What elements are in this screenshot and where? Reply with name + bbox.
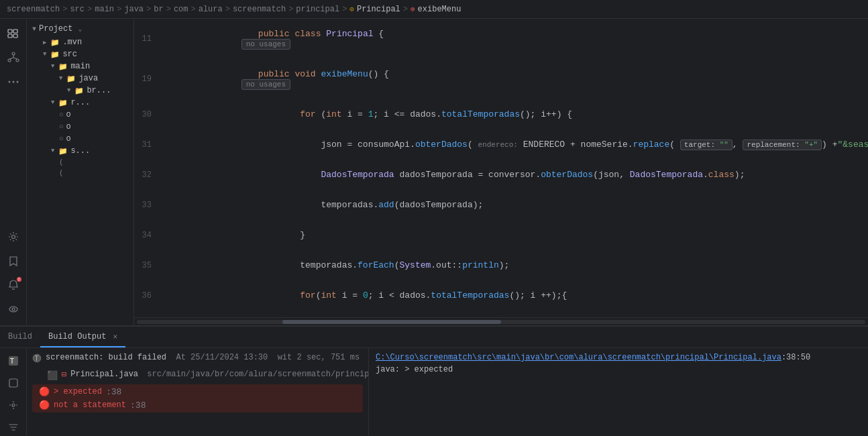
- breadcrumb-item[interactable]: br: [154, 5, 163, 14]
- class-icon: ⊙: [349, 5, 354, 13]
- code-view[interactable]: 11 public class Principal { no usages 19…: [134, 19, 868, 317]
- tree-item-r[interactable]: ▼ 📁 r...: [27, 97, 133, 109]
- build-icon-filter[interactable]: [5, 419, 22, 436]
- scrollbar-track[interactable]: [137, 320, 865, 324]
- bottom-content: T T screenmatch: build failed At 25/: [0, 348, 868, 436]
- sidebar-structure-icon[interactable]: [4, 48, 23, 67]
- method-icon: ⊕: [411, 5, 415, 13]
- sidebar-bookmark-icon[interactable]: [4, 252, 23, 270]
- breadcrumb-item[interactable]: principal: [296, 5, 339, 14]
- table-row: 33 temporadas.add(dadosTemporada);: [134, 190, 868, 220]
- sidebar-more-icon[interactable]: [4, 72, 23, 91]
- svg-point-14: [9, 307, 17, 312]
- folder-icon: 📁: [66, 74, 76, 83]
- svg-point-5: [8, 59, 11, 62]
- project-header[interactable]: ▼ Project ⌄: [27, 21, 133, 36]
- build-fail-text: screenmatch: build failed At 25/11/2024 …: [46, 353, 360, 362]
- tree-item-file5[interactable]: (: [27, 168, 133, 178]
- folder-icon: 📁: [58, 62, 68, 71]
- project-label: Project: [39, 24, 72, 34]
- tree-item-file2[interactable]: ○ o: [27, 121, 133, 133]
- tree-item-mvn[interactable]: ▶ 📁 .mvn: [27, 36, 133, 48]
- table-row: 34 }: [134, 220, 868, 250]
- breadcrumb-class[interactable]: Principal: [357, 5, 400, 14]
- svg-point-13: [11, 235, 15, 239]
- tab-build[interactable]: Build: [0, 327, 40, 347]
- svg-text:T: T: [10, 358, 14, 365]
- build-error-container: 🔴 > expected :38 🔴 not a statement :38: [32, 384, 363, 413]
- build-right-link[interactable]: C:\Curso\screenmatch\src\main\java\br\co…: [376, 353, 781, 362]
- table-row: 37 List<br.com.alura.screenmatch.model.D…: [134, 311, 868, 317]
- tab-build-output[interactable]: Build Output ✕: [40, 327, 125, 347]
- tree-item-src[interactable]: ▼ 📁 src: [27, 48, 133, 60]
- project-arrow-icon: ▼: [32, 25, 36, 33]
- build-icon-checkbox[interactable]: [5, 374, 22, 391]
- sidebar-settings-icon[interactable]: [4, 227, 23, 246]
- folder-icon: 📁: [50, 38, 60, 47]
- code-table: 11 public class Principal { no usages 19…: [134, 19, 868, 317]
- breadcrumb-item[interactable]: src: [70, 5, 85, 14]
- build-file-path: src/main/java/br/com/alura/screenmatch/p…: [142, 370, 369, 379]
- breadcrumb-method[interactable]: exibeMenu: [418, 5, 462, 14]
- breadcrumb-item[interactable]: com: [174, 5, 188, 14]
- table-row: 35 temporadas.forEach(System.out::printl…: [134, 250, 868, 280]
- breadcrumb-item[interactable]: alura: [199, 5, 223, 14]
- tree-item-main[interactable]: ▼ 📁 main: [27, 60, 133, 72]
- sidebar-project-icon[interactable]: [4, 24, 23, 43]
- error-label-2: not a statement: [54, 400, 126, 410]
- breadcrumb-item[interactable]: main: [95, 5, 114, 14]
- build-main-message: T screenmatch: build failed At 25/11/202…: [27, 351, 368, 368]
- table-row: 19 public void exibeMenu() { no usages: [134, 59, 868, 99]
- scrollbar-thumb[interactable]: [282, 320, 501, 324]
- sidebar-icons: !: [0, 19, 27, 325]
- build-file-row: ⬛ ⊟ Principal.java src/main/java/br/com/…: [27, 368, 368, 383]
- table-row: 36 for(int i = 0; i < dados.totalTempora…: [134, 280, 868, 311]
- sidebar-notification-icon[interactable]: !: [4, 276, 23, 294]
- error-icon-1: 🔴: [39, 386, 50, 397]
- chevron-icon: ▼: [43, 51, 46, 58]
- svg-rect-3: [13, 34, 17, 38]
- breadcrumb-item[interactable]: screenmatch: [7, 5, 60, 14]
- tree-item-br[interactable]: ▼ 📁 br...: [27, 85, 133, 97]
- build-file-icon-java: ⊟: [62, 370, 66, 380]
- tree-item-file3[interactable]: ○ o: [27, 133, 133, 145]
- table-row: 30 for (int i = 1; i <= dados.totalTempo…: [134, 99, 868, 129]
- svg-rect-2: [8, 34, 12, 38]
- sidebar-eye-icon[interactable]: [4, 300, 23, 319]
- bottom-tabs: Build Build Output ✕: [0, 327, 868, 348]
- build-error-item-1: 🔴 > expected :38: [39, 386, 358, 397]
- file-icon: ○: [59, 135, 64, 143]
- build-right-panel: C:\Curso\screenmatch\src\main\java\br\co…: [369, 348, 868, 436]
- tree-item-file1[interactable]: ○ o: [27, 109, 133, 121]
- file-icon: ○: [59, 111, 64, 119]
- error-icon-2: 🔴: [39, 400, 50, 411]
- svg-point-11: [12, 81, 14, 83]
- tree-item-java[interactable]: ▼ 📁 java: [27, 72, 133, 85]
- build-icon-settings[interactable]: [5, 397, 22, 414]
- chevron-icon: ▼: [51, 148, 54, 154]
- build-error-item-2: 🔴 not a statement :38: [39, 400, 358, 411]
- svg-text:T: T: [35, 355, 39, 362]
- svg-line-9: [13, 58, 17, 59]
- error-label-1: > expected: [54, 387, 102, 396]
- folder-icon: 📁: [58, 147, 68, 156]
- file-tree: ▼ Project ⌄ ▶ 📁 .mvn ▼ 📁 src ▼ 📁 main ▼ …: [27, 19, 134, 325]
- build-right-link-row: C:\Curso\screenmatch\src\main\java\br\co…: [376, 352, 861, 362]
- folder-icon: 📁: [50, 50, 60, 59]
- breadcrumb-item[interactable]: screenmatch: [233, 5, 286, 14]
- bottom-panel: Build Build Output ✕ T: [0, 325, 868, 436]
- svg-point-6: [16, 59, 19, 62]
- tree-item-file4[interactable]: (: [27, 157, 133, 168]
- error-line-2: :38: [130, 400, 146, 411]
- tree-item-s[interactable]: ▼ 📁 s...: [27, 145, 133, 157]
- project-chevron-icon: ⌄: [78, 25, 82, 33]
- build-fail-icon: T: [32, 353, 42, 366]
- chevron-icon: ▼: [51, 63, 54, 70]
- chevron-icon: ▶: [43, 39, 46, 46]
- breadcrumb-item[interactable]: java: [124, 5, 144, 14]
- bottom-left-icons: T: [0, 348, 27, 436]
- build-icon-T[interactable]: T: [5, 352, 22, 369]
- chevron-icon: ▼: [51, 99, 54, 106]
- tab-close-icon[interactable]: ✕: [113, 332, 117, 341]
- horizontal-scrollbar[interactable]: [134, 317, 868, 325]
